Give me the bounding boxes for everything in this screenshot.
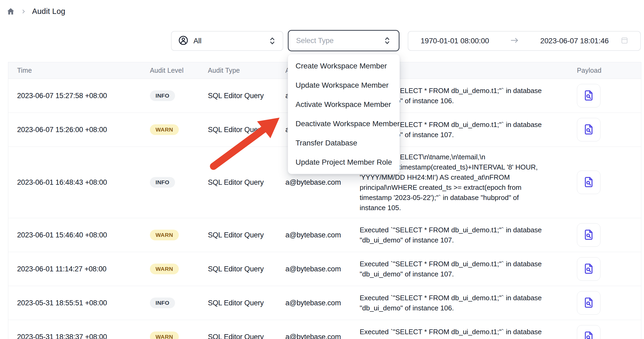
dropdown-item[interactable]: Deactivate Workspace Member — [288, 114, 399, 133]
row-audit-type: SQL Editor Query — [208, 231, 285, 239]
payload-view-button[interactable] — [577, 118, 600, 141]
row-audit-type: SQL Editor Query — [208, 333, 285, 339]
actor-filter-value: All — [193, 37, 201, 45]
row-time: 2023-06-01 11:14:27 +08:00 — [8, 265, 150, 273]
select-chevrons-icon — [268, 36, 276, 45]
table-row: 2023-06-01 15:46:40 +08:00 WARN SQL Edit… — [8, 218, 641, 252]
column-header-audit-level: Audit Level — [150, 67, 208, 74]
payload-view-button[interactable] — [577, 223, 600, 247]
home-icon[interactable] — [6, 7, 15, 16]
row-comment: Executed `"SELECT * FROM db_ui_demo.t1;"… — [360, 259, 577, 279]
file-search-icon — [583, 176, 595, 189]
row-audit-type: SQL Editor Query — [208, 92, 285, 100]
actor-filter-select[interactable]: All — [171, 31, 283, 51]
dropdown-item[interactable]: Create Workspace Member — [288, 56, 399, 76]
row-actor: a@bytebase.com — [285, 299, 360, 307]
person-circle-icon — [178, 35, 189, 47]
date-range-picker[interactable]: 1970-01-01 08:00:00 2023-06-07 18:01:46 — [408, 31, 641, 51]
column-header-time: Time — [8, 67, 150, 74]
row-time: 2023-06-07 15:27:58 +08:00 — [8, 92, 150, 100]
payload-view-button[interactable] — [577, 171, 600, 194]
file-search-icon — [583, 123, 595, 136]
row-time: 2023-05-31 18:55:51 +08:00 — [8, 299, 150, 307]
audit-level-badge: INFO — [150, 177, 175, 188]
audit-level-badge: WARN — [150, 264, 179, 274]
row-audit-type: SQL Editor Query — [208, 126, 285, 134]
audit-level-badge: WARN — [150, 332, 179, 339]
row-time: 2023-06-01 15:46:40 +08:00 — [8, 231, 150, 239]
file-search-icon — [583, 296, 595, 310]
type-filter-select[interactable]: Select Type — [288, 30, 399, 51]
date-range-end: 2023-06-07 18:01:46 — [540, 37, 609, 45]
row-actor: a@bytebase.com — [285, 231, 360, 239]
payload-view-button[interactable] — [577, 291, 600, 315]
row-actor: a@bytebase.com — [285, 178, 360, 187]
row-audit-type: SQL Editor Query — [208, 265, 285, 273]
file-search-icon — [583, 330, 595, 339]
file-search-icon — [583, 89, 595, 102]
file-search-icon — [583, 229, 595, 242]
dropdown-item[interactable]: Activate Workspace Member — [288, 95, 399, 114]
type-filter-placeholder: Select Type — [296, 37, 334, 45]
row-comment: Executed `"SELECT * FROM db_ui_demo.t1;"… — [360, 327, 577, 339]
page-title: Audit Log — [32, 7, 65, 16]
table-row: 2023-06-01 11:14:27 +08:00 WARN SQL Edit… — [8, 252, 641, 286]
dropdown-item[interactable]: Update Project Member Role — [288, 153, 399, 172]
column-header-audit-type: Audit Type — [208, 67, 285, 74]
arrow-right-icon — [489, 37, 540, 45]
file-search-icon — [583, 263, 595, 276]
calendar-icon — [620, 36, 629, 46]
table-row: 2023-05-31 18:38:37 +08:00 WARN SQL Edit… — [8, 320, 641, 339]
audit-level-badge: WARN — [150, 124, 179, 135]
date-range-start: 1970-01-01 08:00:00 — [421, 37, 489, 45]
payload-view-button[interactable] — [577, 257, 600, 281]
row-time: 2023-06-01 16:48:43 +08:00 — [8, 178, 150, 187]
audit-level-badge: WARN — [150, 230, 179, 240]
select-chevrons-icon — [383, 36, 391, 45]
payload-view-button[interactable] — [577, 325, 600, 339]
row-actor: a@bytebase.com — [285, 333, 360, 339]
audit-level-badge: INFO — [150, 90, 175, 101]
dropdown-item[interactable]: Transfer Database — [288, 133, 399, 153]
chevron-right-icon — [21, 9, 26, 14]
row-comment: Executed `"SELECT * FROM db_ui_demo.t1;"… — [360, 293, 577, 313]
row-time: 2023-05-31 18:38:37 +08:00 — [8, 333, 150, 339]
audit-level-badge: INFO — [150, 298, 175, 308]
column-header-payload: Payload — [577, 67, 642, 74]
type-select-dropdown: Create Workspace Member Update Workspace… — [288, 54, 400, 174]
row-audit-type: SQL Editor Query — [208, 178, 285, 187]
row-actor: a@bytebase.com — [285, 265, 360, 273]
row-audit-type: SQL Editor Query — [208, 299, 285, 307]
row-time: 2023-06-07 15:26:00 +08:00 — [8, 126, 150, 134]
dropdown-item[interactable]: Update Workspace Member — [288, 76, 399, 95]
row-comment: Executed `"SELECT * FROM db_ui_demo.t1;"… — [360, 225, 577, 245]
table-row: 2023-05-31 18:55:51 +08:00 INFO SQL Edit… — [8, 286, 641, 320]
breadcrumb: Audit Log — [6, 7, 65, 16]
payload-view-button[interactable] — [577, 84, 600, 107]
